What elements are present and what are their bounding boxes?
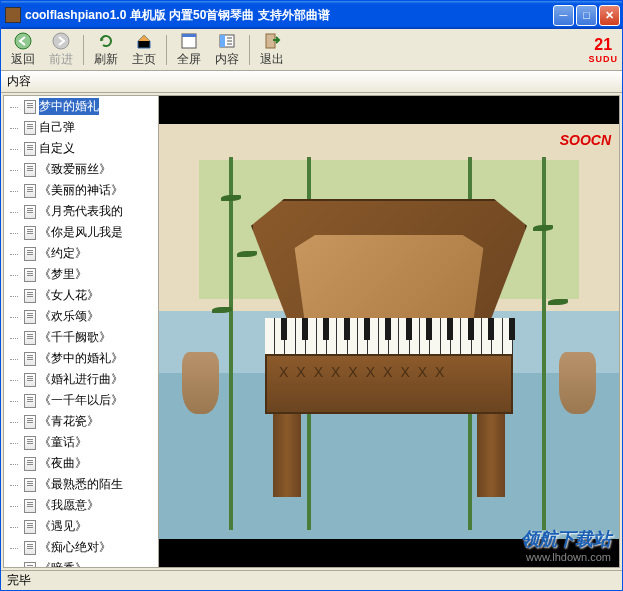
watermark-bottom-right: 领航下载站 www.lhdown.com xyxy=(521,527,611,563)
tree-item[interactable]: 《千千阙歌》 xyxy=(4,327,158,348)
tree-item-label: 自定义 xyxy=(39,140,75,157)
tree-item[interactable]: 梦中的婚礼 xyxy=(4,96,158,117)
document-icon xyxy=(24,205,36,219)
content-icon xyxy=(218,32,236,50)
document-icon xyxy=(24,247,36,261)
document-icon xyxy=(24,310,36,324)
document-icon xyxy=(24,415,36,429)
window-title: coolflashpiano1.0 单机版 内置50首钢琴曲 支持外部曲谱 xyxy=(25,7,553,24)
divider xyxy=(249,35,250,65)
home-icon xyxy=(135,32,153,50)
document-icon xyxy=(24,331,36,345)
tree-item[interactable]: 《童话》 xyxy=(4,432,158,453)
tree-item-label: 《青花瓷》 xyxy=(39,413,99,430)
tree-item[interactable]: 《美丽的神话》 xyxy=(4,180,158,201)
tree-item[interactable]: 《我愿意》 xyxy=(4,495,158,516)
document-icon xyxy=(24,520,36,534)
fullscreen-icon xyxy=(180,32,198,50)
tree-item-label: 《女人花》 xyxy=(39,287,99,304)
content-header-label: 内容 xyxy=(7,73,31,90)
document-icon xyxy=(24,163,36,177)
watermark-top-right: SOOCN xyxy=(560,132,611,148)
document-icon xyxy=(24,562,36,568)
tree-item-label: 《月亮代表我的 xyxy=(39,203,123,220)
tree-item[interactable]: 《暗香》 xyxy=(4,558,158,567)
tree-item-label: 《童话》 xyxy=(39,434,87,451)
tree-item[interactable]: 《你是风儿我是 xyxy=(4,222,158,243)
tree-item-label: 《梦里》 xyxy=(39,266,87,283)
tree-item[interactable]: 《约定》 xyxy=(4,243,158,264)
document-icon xyxy=(24,352,36,366)
tree-item[interactable]: 《致爱丽丝》 xyxy=(4,159,158,180)
tree-item[interactable]: 《夜曲》 xyxy=(4,453,158,474)
tree-item-label: 《欢乐颂》 xyxy=(39,308,99,325)
main-area: 梦中的婚礼自己弹自定义《致爱丽丝》《美丽的神话》《月亮代表我的《你是风儿我是《约… xyxy=(3,95,620,568)
tree-item[interactable]: 《梦中的婚礼》 xyxy=(4,348,158,369)
back-button[interactable]: 返回 xyxy=(5,30,41,70)
tree-item[interactable]: 《欢乐颂》 xyxy=(4,306,158,327)
song-tree[interactable]: 梦中的婚礼自己弹自定义《致爱丽丝》《美丽的神话》《月亮代表我的《你是风儿我是《约… xyxy=(4,96,159,567)
tree-item-label: 《痴心绝对》 xyxy=(39,539,111,556)
tree-item-label: 《夜曲》 xyxy=(39,455,87,472)
close-button[interactable]: ✕ xyxy=(599,5,620,26)
tree-item-label: 《最熟悉的陌生 xyxy=(39,476,123,493)
minimize-button[interactable]: ─ xyxy=(553,5,574,26)
tree-item-label: 《遇见》 xyxy=(39,518,87,535)
tree-item-label: 《梦中的婚礼》 xyxy=(39,350,123,367)
forward-arrow-icon xyxy=(52,32,70,50)
document-icon xyxy=(24,499,36,513)
tree-item[interactable]: 《青花瓷》 xyxy=(4,411,158,432)
tree-item-label: 梦中的婚礼 xyxy=(39,98,99,115)
document-icon xyxy=(24,394,36,408)
exit-button[interactable]: 退出 xyxy=(254,30,290,70)
svg-point-1 xyxy=(53,33,69,49)
tree-item[interactable]: 自定义 xyxy=(4,138,158,159)
status-text: 完毕 xyxy=(7,572,31,589)
tree-item[interactable]: 《痴心绝对》 xyxy=(4,537,158,558)
document-icon xyxy=(24,457,36,471)
tree-item[interactable]: 《最熟悉的陌生 xyxy=(4,474,158,495)
document-icon xyxy=(24,373,36,387)
content-button[interactable]: 内容 xyxy=(209,30,245,70)
maximize-button[interactable]: □ xyxy=(576,5,597,26)
document-icon xyxy=(24,142,36,156)
document-icon xyxy=(24,289,36,303)
app-window: coolflashpiano1.0 单机版 内置50首钢琴曲 支持外部曲谱 ─ … xyxy=(0,0,623,591)
flash-viewer[interactable]: SOOCN 领航下载站 www.lhdown.com xyxy=(159,96,619,567)
statusbar: 完毕 xyxy=(1,570,622,590)
tree-item-label: 《你是风儿我是 xyxy=(39,224,123,241)
tree-item[interactable]: 《女人花》 xyxy=(4,285,158,306)
tree-item-label: 《婚礼进行曲》 xyxy=(39,371,123,388)
exit-icon xyxy=(263,32,281,50)
tree-item[interactable]: 《梦里》 xyxy=(4,264,158,285)
document-icon xyxy=(24,436,36,450)
content-header: 内容 xyxy=(1,71,622,93)
home-button[interactable]: 主页 xyxy=(126,30,162,70)
tree-item[interactable]: 《一千年以后》 xyxy=(4,390,158,411)
tree-item-label: 《千千阙歌》 xyxy=(39,329,111,346)
brand-badge: 21 SUDU xyxy=(588,36,618,64)
tree-item-label: 《我愿意》 xyxy=(39,497,99,514)
document-icon xyxy=(24,268,36,282)
forward-button[interactable]: 前进 xyxy=(43,30,79,70)
document-icon xyxy=(24,226,36,240)
svg-rect-5 xyxy=(220,35,225,47)
piano-illustration: SOOCN xyxy=(159,124,619,538)
document-icon xyxy=(24,541,36,555)
app-icon xyxy=(5,7,21,23)
tree-item[interactable]: 《婚礼进行曲》 xyxy=(4,369,158,390)
titlebar[interactable]: coolflashpiano1.0 单机版 内置50首钢琴曲 支持外部曲谱 ─ … xyxy=(1,1,622,29)
tree-item[interactable]: 《遇见》 xyxy=(4,516,158,537)
refresh-button[interactable]: 刷新 xyxy=(88,30,124,70)
toolbar: 返回 前进 刷新 主页 全屏 内容 退出 21 xyxy=(1,29,622,71)
svg-rect-3 xyxy=(182,34,196,37)
tree-item[interactable]: 自己弹 xyxy=(4,117,158,138)
divider xyxy=(166,35,167,65)
document-icon xyxy=(24,121,36,135)
fullscreen-button[interactable]: 全屏 xyxy=(171,30,207,70)
tree-item-label: 《暗香》 xyxy=(39,560,87,567)
tree-item-label: 《美丽的神话》 xyxy=(39,182,123,199)
svg-point-0 xyxy=(15,33,31,49)
tree-item[interactable]: 《月亮代表我的 xyxy=(4,201,158,222)
tree-item-label: 自己弹 xyxy=(39,119,75,136)
